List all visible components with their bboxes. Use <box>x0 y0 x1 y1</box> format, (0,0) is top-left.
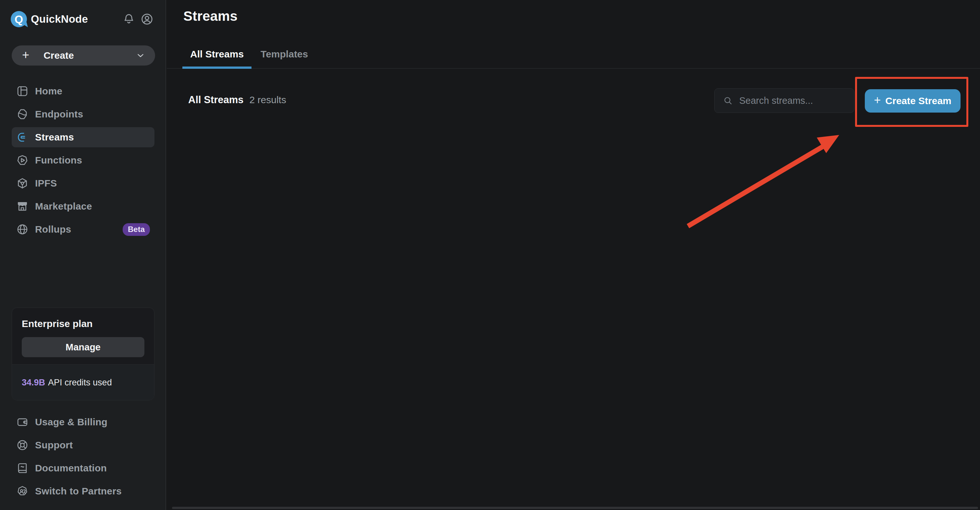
sidebar-item-usage-billing[interactable]: Usage & Billing <box>12 412 154 432</box>
sidebar-item-label: Streams <box>35 132 74 143</box>
streams-icon <box>16 131 29 143</box>
marketplace-icon <box>16 200 29 213</box>
manage-plan-button[interactable]: Manage <box>22 337 145 357</box>
main-content: Streams All Streams Templates All Stream… <box>167 0 980 510</box>
plan-card-top: Enterprise plan Manage <box>12 308 154 364</box>
search-box <box>714 88 854 113</box>
create-stream-label: Create Stream <box>885 95 951 106</box>
wallet-icon <box>16 416 29 428</box>
sidebar-item-streams[interactable]: Streams <box>12 127 154 147</box>
sidebar-item-label: IPFS <box>35 178 57 189</box>
endpoints-icon <box>16 108 29 120</box>
sidebar-header: Q QuickNode <box>11 10 154 28</box>
sidebar-nav: Home Endpoints <box>12 81 154 242</box>
sidebar-item-functions[interactable]: Functions <box>12 150 154 170</box>
credits-label: API credits used <box>48 378 112 388</box>
sidebar-item-home[interactable]: Home <box>12 81 154 101</box>
sidebar-item-label: Rollups <box>35 224 71 235</box>
book-icon <box>16 462 29 474</box>
lifebuoy-icon <box>16 439 29 451</box>
list-header: All Streams 2 results <box>188 94 286 106</box>
sidebar-item-label: Usage & Billing <box>35 416 107 427</box>
sidebar-item-label: Support <box>35 440 73 451</box>
results-count: 2 results <box>250 94 286 105</box>
plus-icon: + <box>874 94 881 106</box>
account-icon <box>140 12 154 26</box>
sidebar-item-label: Functions <box>35 155 82 166</box>
list-heading: All Streams <box>188 94 244 106</box>
plan-credits: 34.9B API credits used <box>12 364 154 400</box>
sidebar-item-label: Endpoints <box>35 109 83 120</box>
brand-name: QuickNode <box>31 13 88 25</box>
tab-bar: All Streams Templates <box>167 0 980 69</box>
search-input[interactable] <box>714 89 854 113</box>
beta-badge: Beta <box>123 223 150 236</box>
sidebar-item-switch-to-partners[interactable]: Switch to Partners <box>12 481 154 501</box>
chevron-down-icon <box>136 51 145 60</box>
plan-card: Enterprise plan Manage 34.9B API credits… <box>12 308 154 400</box>
bell-icon <box>123 13 135 25</box>
create-button[interactable]: + Create <box>12 45 155 65</box>
sidebar-item-label: Home <box>35 86 62 97</box>
quicknode-dashboard: Q QuickNode <box>0 0 980 510</box>
functions-icon <box>16 154 29 167</box>
logo-tail <box>21 22 28 28</box>
create-stream-button[interactable]: + Create Stream <box>865 89 961 113</box>
ipfs-icon <box>16 177 29 189</box>
annotation-arrow-icon <box>679 128 848 235</box>
tab-templates[interactable]: Templates <box>253 49 316 69</box>
credits-value: 34.9B <box>22 378 45 388</box>
tab-all-streams[interactable]: All Streams <box>182 49 251 69</box>
sidebar-item-marketplace[interactable]: Marketplace <box>12 196 154 216</box>
notifications-button[interactable] <box>121 12 136 27</box>
account-button[interactable] <box>140 12 154 27</box>
sidebar-item-label: Switch to Partners <box>35 486 122 497</box>
quicknode-logo-icon[interactable]: Q <box>11 11 27 27</box>
sidebar-item-support[interactable]: Support <box>12 435 154 455</box>
sidebar-item-label: Marketplace <box>35 201 92 212</box>
sidebar-footer-nav: Usage & Billing Support <box>12 412 154 504</box>
sidebar-item-documentation[interactable]: Documentation <box>12 458 154 478</box>
sidebar-item-endpoints[interactable]: Endpoints <box>12 104 154 124</box>
plan-name: Enterprise plan <box>22 318 145 329</box>
home-panels-icon <box>16 85 29 97</box>
plus-icon: + <box>22 49 29 61</box>
sidebar-item-ipfs[interactable]: IPFS <box>12 173 154 193</box>
sidebar-item-rollups[interactable]: Rollups Beta <box>12 219 154 240</box>
sidebar-item-label: Documentation <box>35 462 107 473</box>
sidebar: Q QuickNode <box>0 0 166 510</box>
horizontal-scrollbar[interactable] <box>172 507 978 509</box>
rollups-icon <box>16 223 29 235</box>
create-button-label: Create <box>43 50 74 61</box>
partners-icon <box>16 485 29 497</box>
